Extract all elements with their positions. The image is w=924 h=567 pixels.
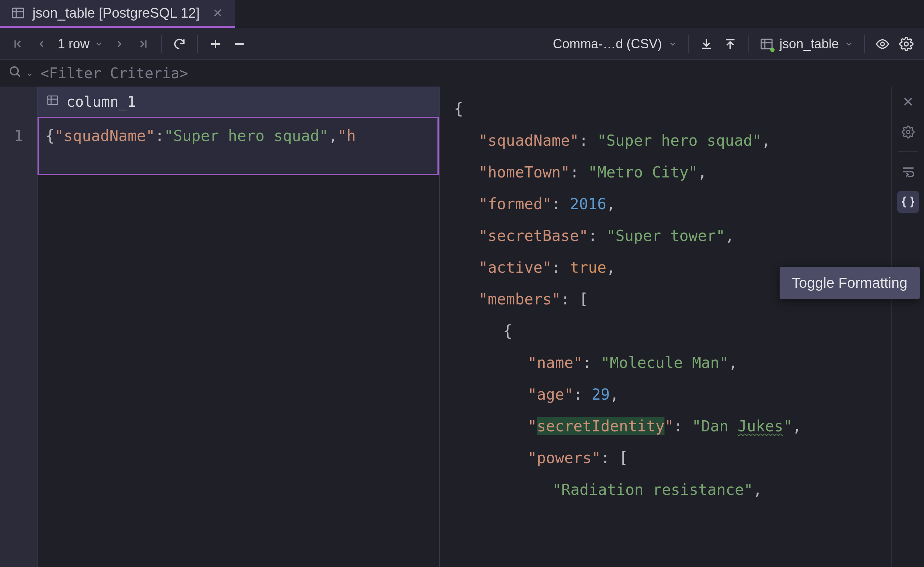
value-viewer-panel: {"squadName": "Super hero squad","homeTo… [439,87,924,567]
import-button[interactable] [719,33,741,55]
svg-point-17 [11,67,18,75]
tab-title: json_table [PostgreSQL 12] [33,5,200,21]
svg-rect-19 [48,96,58,105]
close-panel-button[interactable] [897,91,919,112]
separator [688,35,689,52]
row-gutter: 1 [0,117,38,567]
row-count-combo[interactable]: 1 row [54,36,107,52]
settings-button[interactable] [895,33,918,55]
datasource-icon [759,37,774,51]
svg-point-24 [906,130,910,134]
prev-page-button[interactable] [30,33,53,55]
toolbar: 1 row Comma-…d (CSV) [0,28,924,60]
tab-bar: json_table [PostgreSQL 12] ✕ [0,0,924,28]
settings-panel-button[interactable] [897,121,919,143]
svg-point-16 [904,42,909,46]
chevron-down-icon [95,36,103,52]
datasource-combo[interactable]: json_table [755,36,858,52]
filter-placeholder: <Filter Criteria> [41,65,188,81]
filter-bar[interactable]: <Filter Criteria> [0,60,924,87]
cells: {"squadName":"Super hero squad","h [38,117,439,567]
svg-rect-0 [13,8,24,18]
soft-wrap-button[interactable] [897,161,919,183]
json-viewer[interactable]: {"squadName": "Super hero squad","homeTo… [440,87,891,567]
cell[interactable]: {"squadName":"Super hero squad","h [38,117,439,175]
tooltip: Toggle Formatting [780,267,919,299]
sidebar-separator [898,152,918,152]
remove-row-button[interactable] [228,33,251,55]
search-icon [8,64,23,82]
column-header-label: column_1 [66,93,136,110]
datasource-label: json_table [780,36,839,52]
svg-line-18 [17,74,20,76]
filter-chevron-icon[interactable] [26,65,33,81]
next-page-button[interactable] [108,33,131,55]
table-icon [11,6,25,20]
separator [197,35,198,52]
chevron-down-icon [669,36,677,52]
separator [864,35,865,52]
add-row-button[interactable] [204,33,227,55]
chevron-down-icon [844,36,853,52]
reload-button[interactable] [168,33,191,55]
toggle-formatting-button[interactable] [897,191,919,213]
main-split: column_1 1 {"squadName":"Super hero squa… [0,87,924,567]
last-page-button[interactable] [132,33,155,55]
separator [748,35,748,52]
value-viewer-sidebar [891,87,924,567]
svg-rect-12 [761,39,772,49]
separator [161,35,162,52]
export-format-combo[interactable]: Comma-…d (CSV) [548,36,681,52]
column-header[interactable]: column_1 [38,87,439,117]
editor-tab[interactable]: json_table [PostgreSQL 12] ✕ [0,0,235,28]
result-grid: column_1 1 {"squadName":"Super hero squa… [0,87,439,567]
grid-body: 1 {"squadName":"Super hero squad","h [0,117,439,567]
row-count-label: 1 row [58,36,90,52]
first-page-button[interactable] [6,33,29,55]
export-format-label: Comma-…d (CSV) [553,36,662,52]
export-button[interactable] [695,33,718,55]
gutter-header [0,87,38,117]
column-icon [46,93,59,110]
row-number[interactable]: 1 [0,117,37,175]
grid-header-row: column_1 [0,87,439,117]
eye-button[interactable] [871,33,894,55]
svg-point-15 [881,42,884,46]
close-icon[interactable]: ✕ [213,6,223,20]
tooltip-text: Toggle Formatting [792,275,907,291]
